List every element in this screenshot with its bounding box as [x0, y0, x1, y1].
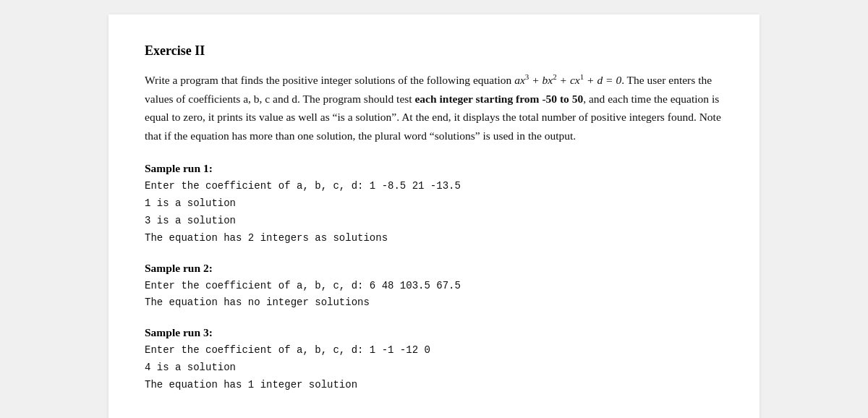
sample-run-3-title: Sample run 3:	[145, 326, 723, 339]
sample-run-2-title: Sample run 2:	[145, 262, 723, 275]
sample-run-1: Sample run 1: Enter the coefficient of a…	[145, 162, 723, 247]
sample-run-2-code: Enter the coefficient of a, b, c, d: 6 4…	[145, 278, 723, 312]
bold-each-integer: each integer starting from -50 to 50	[414, 93, 583, 105]
equation: ax3 + bx2 + cx1 + d = 0	[514, 74, 621, 86]
sample-run-3-code: Enter the coefficient of a, b, c, d: 1 -…	[145, 342, 723, 393]
description: Write a program that finds the positive …	[145, 70, 723, 145]
page-container: Exercise II Write a program that finds t…	[109, 14, 760, 418]
exercise-title: Exercise II	[145, 43, 723, 59]
sample-run-3: Sample run 3: Enter the coefficient of a…	[145, 326, 723, 393]
sample-run-1-code: Enter the coefficient of a, b, c, d: 1 -…	[145, 178, 723, 247]
sample-run-2: Sample run 2: Enter the coefficient of a…	[145, 262, 723, 312]
sample-run-1-title: Sample run 1:	[145, 162, 723, 175]
